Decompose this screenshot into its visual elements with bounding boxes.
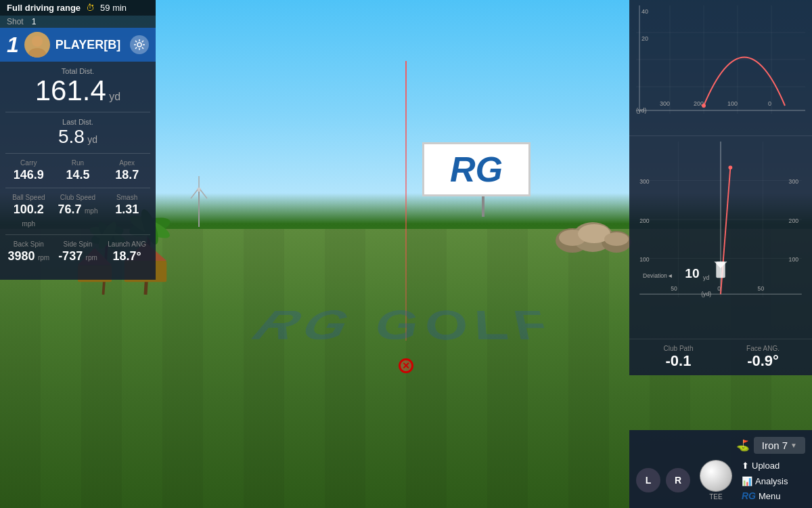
- right-panel: 40 20 300 200 100 0 (yd): [629, 0, 812, 375]
- carry-cell: Carry 146.9: [5, 159, 52, 182]
- apex-value: 18.7: [115, 168, 139, 182]
- golf-ball: [700, 460, 732, 492]
- ball-speed-cell: Ball Speed 100.2 mph: [5, 194, 52, 229]
- face-ang-cell: Face ANG. -0.9°: [721, 345, 805, 370]
- upload-icon: ⬆: [742, 461, 749, 471]
- club-icon: ⛳: [736, 439, 750, 452]
- billboard-pole: [482, 196, 484, 217]
- svg-text:50: 50: [758, 285, 765, 292]
- side-view-graph: 300 200 100 300 200 100 50 0 50 (yd) Dev…: [629, 135, 812, 339]
- club-speed-cell: Club Speed 76.7 mph: [55, 194, 102, 229]
- spin-launch-row: Back Spin 3980 rpm Side Spin -737 rpm La…: [5, 240, 150, 269]
- tee-ball[interactable]: TEE: [696, 460, 736, 501]
- total-dist-display: 161.4 yd: [5, 75, 150, 106]
- total-distance-section: Total Dist. 161.4 yd: [5, 67, 150, 112]
- lr-buttons: L R: [636, 468, 690, 492]
- club-name-button[interactable]: Iron 7 ▼: [754, 437, 805, 454]
- club-speed-value: 76.7: [58, 203, 82, 216]
- player-name: PLAYER[B]: [55, 38, 125, 52]
- analysis-label: Analysis: [755, 476, 788, 486]
- rg-logo: RG: [742, 490, 756, 501]
- shot-label: Shot: [7, 17, 24, 26]
- rg-billboard: RG: [422, 142, 544, 210]
- svg-rect-63: [716, 261, 725, 278]
- settings-icon[interactable]: [130, 35, 149, 54]
- launch-ang-label: Launch ANG: [104, 240, 150, 248]
- shot-trajectory-line: [405, 61, 407, 341]
- last-dist-display: 5.8 yd: [5, 126, 150, 148]
- left-panel: Full driving range ⏱ 59 min Shot 1 1 PLA…: [0, 0, 156, 280]
- player-number: 1: [7, 33, 19, 58]
- side-view-svg: 300 200 100 300 200 100 50 0 50 (yd) Dev…: [635, 142, 807, 297]
- svg-point-61: [729, 165, 733, 169]
- billboard-text: RG: [422, 142, 531, 196]
- back-spin-cell: Back Spin 3980 rpm: [5, 240, 52, 263]
- smash-cell: Smash 1.31: [104, 194, 150, 229]
- svg-text:(yd): (yd): [636, 107, 647, 114]
- svg-text:200: 200: [789, 217, 799, 224]
- apex-cell: Apex 18.7: [104, 159, 150, 182]
- header-bar: Full driving range ⏱ 59 min: [0, 0, 156, 16]
- svg-text:Deviation◄: Deviation◄: [643, 272, 673, 279]
- r-button[interactable]: R: [666, 468, 690, 492]
- ball-marker: ✕: [399, 358, 413, 373]
- back-spin-label: Back Spin: [5, 240, 52, 248]
- back-spin-unit: rpm: [38, 254, 49, 261]
- run-cell: Run 14.5: [55, 159, 102, 182]
- shot-bar: Shot 1: [0, 16, 156, 28]
- upload-label: Upload: [752, 461, 780, 471]
- svg-text:50: 50: [671, 285, 677, 292]
- stats-panel: Total Dist. 161.4 yd Last Dist. 5.8 yd C…: [0, 62, 156, 280]
- svg-text:100: 100: [727, 100, 738, 107]
- face-ang-value: -0.9°: [747, 352, 779, 369]
- svg-text:10: 10: [685, 266, 699, 280]
- analysis-button[interactable]: 📊 Analysis: [742, 475, 805, 488]
- svg-point-42: [702, 104, 706, 108]
- bottom-controls: ⛳ Iron 7 ▼ L R TEE ⬆ Upload 📊 Analysis: [629, 430, 812, 508]
- svg-text:yd: yd: [703, 274, 709, 281]
- last-dist-unit: yd: [87, 134, 97, 145]
- run-value: 14.5: [66, 168, 89, 182]
- run-label: Run: [55, 159, 102, 167]
- ball-speed-unit: mph: [22, 220, 35, 228]
- side-spin-unit: rpm: [86, 254, 97, 261]
- face-ang-label: Face ANG.: [721, 345, 805, 352]
- menu-button[interactable]: RG Menu: [742, 490, 805, 501]
- club-name-label: Iron 7: [762, 440, 788, 451]
- launch-ang-value: 18.7°: [113, 249, 141, 263]
- smash-value: 1.31: [115, 203, 139, 216]
- last-dist-value: 5.8: [58, 126, 85, 147]
- trajectory-graph: 40 20 300 200 100 0 (yd): [629, 0, 812, 135]
- time-remaining: 59 min: [100, 3, 127, 13]
- last-distance-section: Last Dist. 5.8 yd: [5, 118, 150, 154]
- carry-label: Carry: [5, 159, 52, 167]
- svg-point-25: [137, 43, 141, 47]
- player-bar: 1 PLAYER[B]: [0, 28, 156, 62]
- side-spin-value: -737: [58, 249, 83, 263]
- ball-marker-x: ✕: [402, 360, 410, 371]
- svg-text:100: 100: [789, 256, 799, 263]
- total-dist-value: 161.4: [35, 75, 106, 106]
- l-button[interactable]: L: [636, 468, 660, 492]
- mode-label: Full driving range: [7, 3, 81, 13]
- svg-text:0: 0: [768, 100, 771, 107]
- svg-text:20: 20: [641, 35, 648, 42]
- trajectory-svg: 40 20 300 200 100 0 (yd): [635, 5, 807, 114]
- club-selector: ⛳ Iron 7 ▼: [636, 437, 805, 454]
- svg-text:40: 40: [641, 8, 648, 15]
- tee-label: TEE: [709, 493, 722, 501]
- last-dist-label: Last Dist.: [5, 118, 150, 126]
- club-speed-unit: mph: [85, 207, 97, 215]
- apex-label: Apex: [104, 159, 150, 167]
- club-data-panel: Club Path -0.1 Face ANG. -0.9°: [629, 339, 812, 375]
- svg-text:300: 300: [639, 178, 650, 185]
- tee-row: L R TEE ⬆ Upload 📊 Analysis RG Menu: [636, 459, 805, 501]
- menu-label: Menu: [759, 491, 781, 501]
- carry-run-apex-row: Carry 146.9 Run 14.5 Apex 18.7: [5, 159, 150, 188]
- upload-button[interactable]: ⬆ Upload: [742, 459, 805, 472]
- player-avatar: [24, 32, 50, 58]
- svg-text:300: 300: [660, 100, 670, 107]
- ball-speed-label: Ball Speed: [5, 194, 52, 201]
- club-path-cell: Club Path -0.1: [636, 345, 721, 370]
- ball-marker-inner: ✕: [399, 358, 413, 373]
